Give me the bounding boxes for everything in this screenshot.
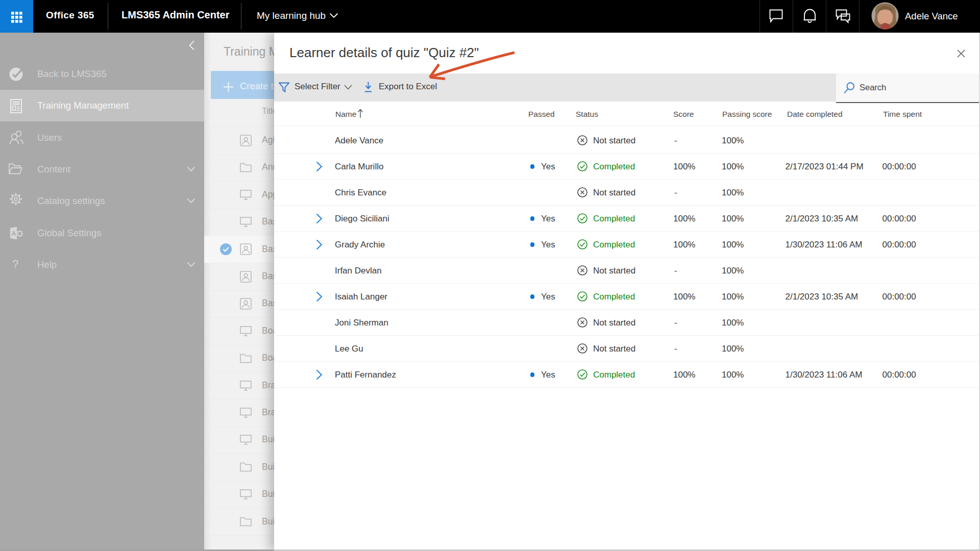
svg-text:A: A bbox=[12, 230, 16, 237]
